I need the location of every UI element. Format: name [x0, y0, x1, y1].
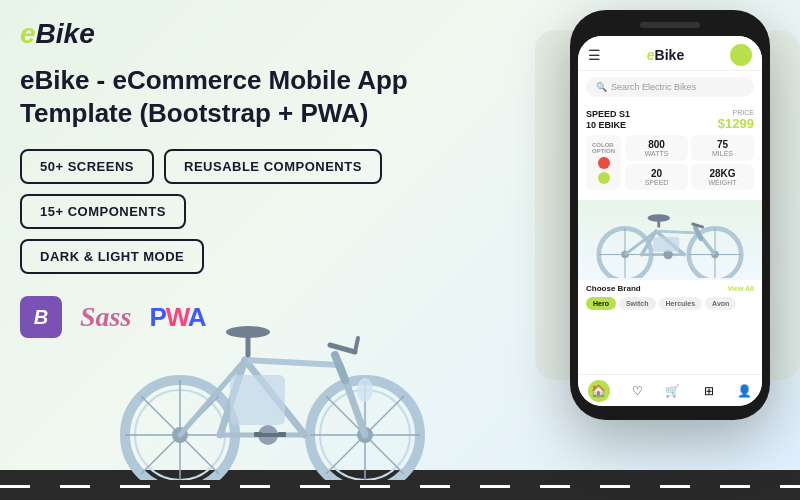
logo-bike: Bike [36, 18, 95, 50]
svg-point-30 [357, 378, 373, 402]
badges-row-2: 15+ COMPONENTS [20, 194, 440, 229]
road-line [0, 485, 800, 488]
search-bar[interactable]: 🔍 Search Electric Bikes [586, 77, 754, 97]
phone-bike-image [578, 200, 762, 280]
svg-rect-29 [230, 375, 285, 425]
brand-tab-switch[interactable]: Switch [619, 297, 656, 310]
app-logo: eBike [647, 47, 684, 63]
phone-bike-svg [585, 203, 755, 278]
phone-mockup: ☰ eBike 🔍 Search Electric Bikes SPEED S1… [570, 10, 780, 430]
color-option-box: COLOROPTION [586, 135, 621, 190]
brand-header: Choose Brand View All [586, 284, 754, 293]
svg-line-41 [656, 231, 698, 233]
weight-label: WEIGHT [697, 179, 748, 186]
badge-dark-light: DARK & LIGHT MODE [20, 239, 204, 274]
weight-value: 28KG [697, 168, 748, 179]
spec-watts: 800 WATTS [625, 135, 688, 161]
main-title: eBike - eCommerce Mobile App Template (B… [20, 64, 440, 129]
brand-tab-avon[interactable]: Avon [705, 297, 736, 310]
watts-label: WATTS [631, 150, 682, 157]
svg-rect-28 [278, 432, 286, 437]
bike-svg [100, 280, 440, 480]
svg-rect-50 [653, 236, 679, 251]
speed-value: 20 [631, 168, 682, 179]
product-area: SPEED S1 10 EBIKE PRICE $1299 COLOROPTIO… [578, 103, 762, 200]
spec-miles: 75 MILES [691, 135, 754, 161]
miles-value: 75 [697, 139, 748, 150]
app-header: ☰ eBike [578, 36, 762, 71]
bootstrap-icon: B [20, 296, 62, 338]
price-label: PRICE [718, 109, 754, 116]
nav-user-icon[interactable]: 👤 [736, 383, 752, 399]
hamburger-icon[interactable]: ☰ [588, 47, 601, 63]
specs-container: COLOROPTION 800 WATTS 75 MILES [586, 135, 754, 190]
search-icon: 🔍 [596, 82, 607, 92]
logo: eBike [20, 18, 440, 50]
badges-row-3: DARK & LIGHT MODE [20, 239, 440, 274]
badges-row-1: 50+ SCREENS REUSABLE COMPONENTS [20, 149, 440, 184]
nav-home-icon[interactable]: 🏠 [588, 380, 610, 402]
price-area: PRICE $1299 [718, 109, 754, 131]
product-header-row: SPEED S1 10 EBIKE PRICE $1299 [586, 109, 754, 131]
brand-tab-hero[interactable]: Hero [586, 297, 616, 310]
logo-e: e [20, 18, 36, 50]
nav-cart-icon[interactable]: 🛒 [665, 383, 681, 399]
color-dot-red[interactable] [598, 157, 610, 169]
brand-tabs: Hero Switch Hercules Avon [586, 297, 754, 310]
user-avatar[interactable] [730, 44, 752, 66]
svg-line-20 [335, 355, 345, 380]
spec-speed: 20 SPEED [625, 164, 688, 190]
nav-grid-icon[interactable]: ⊞ [701, 383, 717, 399]
nav-heart-icon[interactable]: ♡ [629, 383, 645, 399]
miles-label: MILES [697, 150, 748, 157]
bottom-nav: 🏠 ♡ 🛒 ⊞ 👤 [578, 374, 762, 406]
badge-reusable-components: REUSABLE COMPONENTS [164, 149, 382, 184]
color-option-label: COLOROPTION [592, 142, 615, 154]
color-dot-green[interactable] [598, 172, 610, 184]
svg-point-24 [226, 326, 270, 338]
brand-section: Choose Brand View All Hero Switch Hercul… [578, 280, 762, 314]
brand-tab-hercules[interactable]: Hercules [659, 297, 703, 310]
svg-line-21 [330, 345, 355, 352]
brand-title: Choose Brand [586, 284, 641, 293]
view-all-link[interactable]: View All [728, 285, 754, 292]
phone-frame: ☰ eBike 🔍 Search Electric Bikes SPEED S1… [570, 10, 770, 420]
svg-point-48 [648, 214, 671, 222]
svg-line-22 [355, 338, 358, 352]
svg-line-16 [245, 360, 340, 365]
watts-value: 800 [631, 139, 682, 150]
specs-grid: 800 WATTS 75 MILES 20 SPEED 28KG [625, 135, 754, 190]
phone-screen: ☰ eBike 🔍 Search Electric Bikes SPEED S1… [578, 36, 762, 406]
search-placeholder: Search Electric Bikes [611, 82, 696, 92]
phone-notch [640, 22, 700, 28]
svg-rect-27 [254, 432, 262, 437]
bike-illustration [100, 280, 440, 480]
badge-screens: 50+ SCREENS [20, 149, 154, 184]
speed-label: SPEED [631, 179, 682, 186]
product-name: SPEED S1 10 EBIKE [586, 109, 630, 131]
price-value: $1299 [718, 116, 754, 131]
spec-weight: 28KG WEIGHT [691, 164, 754, 190]
app-logo-e: e [647, 47, 655, 63]
badge-components-count: 15+ COMPONENTS [20, 194, 186, 229]
